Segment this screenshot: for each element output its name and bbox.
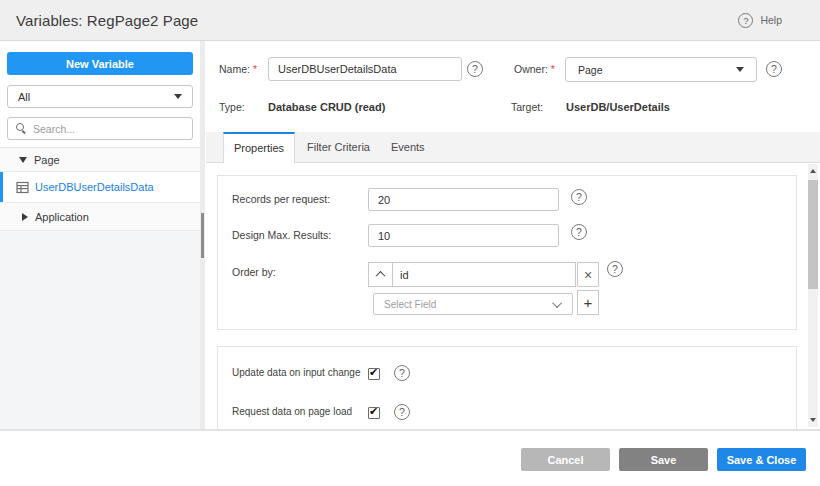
selected-indicator (0, 172, 3, 202)
required-asterisk: * (551, 63, 555, 75)
chevron-down-icon (552, 298, 562, 308)
type-label: Type: (219, 101, 245, 113)
sidebar-scrollbar-thumb[interactable] (201, 213, 204, 258)
owner-value: Page (578, 64, 603, 76)
cancel-button[interactable]: Cancel (521, 448, 610, 471)
variables-tree: Page UserDBUserDetailsData Application (0, 147, 200, 231)
target-label: Target: (511, 101, 543, 113)
new-variable-button[interactable]: New Variable (7, 52, 193, 75)
dialog-footer: Cancel Save Save & Close (0, 431, 820, 486)
owner-help-icon[interactable]: ? (766, 61, 782, 77)
order-by-selected-row: id (368, 262, 576, 287)
tree-node-label: Application (35, 211, 89, 223)
dialog-header: Variables: RegPage2 Page ? Help (0, 0, 820, 41)
order-by-help-icon[interactable]: ? (607, 261, 623, 277)
behavior-settings-card: Update data on input change ✔ ? Request … (217, 346, 797, 429)
variable-icon (16, 181, 29, 194)
help-label: Help (760, 14, 782, 26)
scrollbar-thumb[interactable] (808, 180, 818, 289)
tab-filter-criteria[interactable]: Filter Criteria (295, 132, 382, 162)
name-field[interactable] (268, 57, 462, 81)
target-value: UserDB/UserDetails (566, 101, 670, 113)
caret-down-icon (736, 67, 744, 72)
name-label: Name:* (219, 63, 257, 75)
variable-filter-select[interactable]: All (7, 85, 193, 108)
sidebar-scrollbar[interactable] (200, 41, 205, 430)
records-per-request-help-icon[interactable]: ? (571, 189, 587, 205)
page-title: Variables: RegPage2 Page (16, 12, 198, 29)
help-icon: ? (738, 13, 753, 28)
tab-bar: Properties Filter Criteria Events (206, 132, 820, 163)
sort-direction-button[interactable] (369, 263, 393, 286)
tab-events[interactable]: Events (382, 132, 434, 162)
properties-panel: Records per request: ? Design Max. Resul… (206, 163, 820, 429)
order-by-placeholder: Select Field (384, 299, 436, 310)
scroll-down-arrow-icon[interactable] (810, 418, 816, 422)
tree-node-label: UserDBUserDetailsData (35, 181, 154, 193)
save-button[interactable]: Save (619, 448, 708, 471)
type-value: Database CRUD (read) (268, 101, 385, 113)
tab-properties[interactable]: Properties (223, 132, 295, 164)
data-settings-card: Records per request: ? Design Max. Resul… (217, 175, 797, 330)
collapse-arrow-icon[interactable] (19, 157, 27, 163)
owner-select[interactable]: Page (565, 57, 757, 82)
expand-arrow-icon[interactable] (22, 213, 28, 221)
design-max-results-input[interactable] (368, 224, 559, 247)
chevron-up-icon (376, 271, 386, 281)
update-on-input-change-help-icon[interactable]: ? (394, 365, 410, 381)
records-per-request-label: Records per request: (232, 193, 330, 205)
design-max-results-label: Design Max. Results: (232, 229, 331, 241)
request-on-page-load-help-icon[interactable]: ? (394, 404, 410, 420)
variables-sidebar: New Variable All Page UserDB (0, 41, 205, 430)
order-by-field-value: id (393, 263, 575, 286)
tree-node-label: Page (34, 154, 60, 166)
request-on-page-load-label: Request data on page load (232, 406, 352, 417)
variable-search (7, 117, 193, 140)
variables-dialog: Variables: RegPage2 Page ? Help New Vari… (0, 0, 820, 486)
search-icon (16, 123, 27, 134)
remove-order-field-button[interactable]: × (577, 262, 599, 287)
tree-node-page[interactable]: Page (0, 148, 200, 172)
tree-node-application[interactable]: Application (0, 203, 200, 231)
required-asterisk: * (253, 63, 257, 75)
caret-down-icon (174, 94, 182, 99)
scroll-up-arrow-icon[interactable] (810, 169, 816, 173)
add-order-field-button[interactable]: + (577, 290, 599, 315)
order-by-label: Order by: (232, 266, 276, 278)
records-per-request-input[interactable] (368, 188, 559, 211)
owner-label: Owner:* (514, 63, 555, 75)
help-button[interactable]: ? Help (738, 13, 782, 28)
order-by-field-select[interactable]: Select Field (373, 293, 573, 315)
vertical-scrollbar[interactable] (808, 164, 818, 427)
name-help-icon[interactable]: ? (467, 61, 483, 77)
variable-filter-value: All (18, 91, 30, 103)
sidebar-empty-area (0, 231, 200, 430)
update-on-input-change-label: Update data on input change (232, 367, 360, 378)
save-and-close-button[interactable]: Save & Close (717, 448, 806, 471)
request-on-page-load-checkbox[interactable]: ✔ (368, 407, 380, 419)
tree-node-variable-selected[interactable]: UserDBUserDetailsData (0, 172, 200, 203)
update-on-input-change-checkbox[interactable]: ✔ (368, 368, 380, 380)
tab-spacer (206, 132, 223, 162)
search-input[interactable] (33, 123, 184, 135)
design-max-results-help-icon[interactable]: ? (571, 224, 587, 240)
